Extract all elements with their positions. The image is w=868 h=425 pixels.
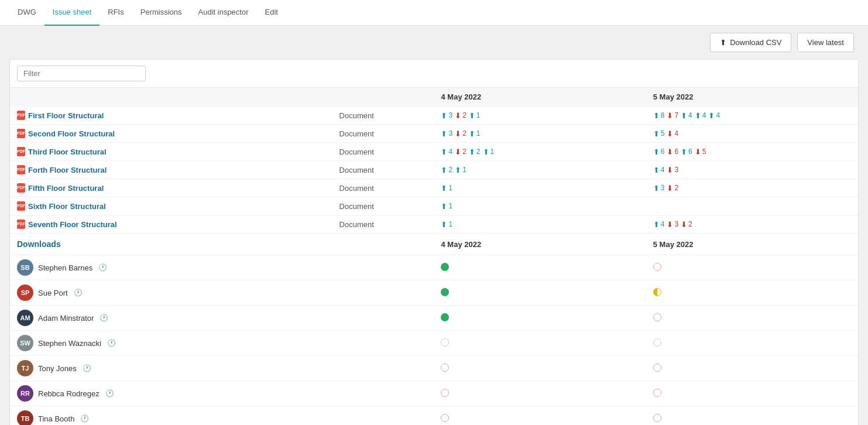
user-cell: RR Rebbca Rodregez 🕐: [10, 381, 332, 406]
doc-date2-badges: [646, 197, 858, 215]
status-dot-half: [653, 288, 661, 296]
user-date1-status: [434, 331, 646, 356]
view-latest-label: View latest: [807, 38, 844, 47]
filter-input[interactable]: [17, 66, 146, 81]
clock-icon: 🕐: [100, 314, 108, 322]
user-name: Tina Booth: [38, 414, 74, 423]
avatar: RR: [17, 385, 33, 402]
avatar: TJ: [17, 360, 33, 376]
avatar: SP: [17, 285, 33, 301]
table-row: SB Stephen Barnes 🕐: [10, 255, 858, 280]
status-dot-empty: [441, 364, 449, 372]
download-csv-label: Download CSV: [730, 38, 781, 47]
user-date2-status: [646, 306, 858, 331]
doc-date1-badges: ⬆1: [434, 215, 646, 234]
doc-name[interactable]: PDF Sixth Floor Structural: [10, 197, 332, 215]
col-header-type: [332, 88, 434, 107]
tab-permissions[interactable]: Permissions: [132, 0, 190, 26]
doc-date2-badges: ⬆4 ⬇3 ⬇2: [646, 215, 858, 234]
doc-type: Document: [332, 143, 434, 161]
pdf-icon: PDF: [17, 183, 25, 193]
downloads-date1-header: 4 May 2022: [434, 234, 646, 255]
downloads-label: Downloads: [10, 234, 332, 255]
tab-edit[interactable]: Edit: [257, 0, 286, 26]
status-dot-empty: [441, 389, 449, 397]
tab-issue-sheet[interactable]: Issue sheet: [44, 0, 100, 26]
status-dot-green: [441, 263, 449, 271]
user-cell: SP Sue Port 🕐: [10, 280, 332, 306]
clock-icon: 🕐: [80, 414, 89, 423]
user-name: Stephen Waznacki: [38, 339, 101, 348]
user-date2-status: [646, 280, 858, 306]
doc-date2-badges: ⬆8 ⬇7 ⬆4 ⬆4 ⬆4: [646, 107, 858, 125]
status-dot-neutral: [441, 338, 449, 347]
pdf-icon: PDF: [17, 147, 25, 156]
doc-name[interactable]: PDF Fifth Floor Structural: [10, 179, 332, 197]
download-csv-button[interactable]: ⬆ Download CSV: [710, 33, 791, 52]
tab-dwg[interactable]: DWG: [9, 0, 44, 26]
user-date1-status: [434, 280, 646, 306]
avatar: AM: [17, 310, 33, 326]
table-row: SW Stephen Waznacki 🕐: [10, 331, 858, 356]
avatar: SW: [17, 335, 33, 351]
user-date2-status: [646, 381, 858, 406]
toolbar: ⬆ Download CSV View latest: [0, 26, 868, 59]
table-row: PDF Second Floor Structural Document ⬆3 …: [10, 125, 858, 143]
pdf-icon: PDF: [17, 201, 25, 211]
clock-icon: 🕐: [74, 289, 83, 297]
pdf-icon: PDF: [17, 165, 25, 174]
user-name: Adam Minstrator: [38, 314, 94, 323]
table-row: AM Adam Minstrator 🕐: [10, 306, 858, 331]
doc-name[interactable]: PDF Third Floor Structural: [10, 143, 332, 161]
clock-icon: 🕐: [83, 364, 91, 372]
doc-name[interactable]: PDF Seventh Floor Structural: [10, 215, 332, 234]
doc-date2-badges: ⬆5 ⬇4: [646, 125, 858, 143]
user-date2-status: [646, 255, 858, 280]
status-dot-empty: [441, 414, 449, 422]
user-date2-status: [646, 406, 858, 426]
clock-icon: 🕐: [107, 339, 116, 347]
status-dot-empty: [653, 263, 661, 271]
clock-icon: 🕐: [98, 263, 107, 272]
table-row: SP Sue Port 🕐: [10, 280, 858, 306]
doc-name[interactable]: PDF First Floor Structural: [10, 107, 332, 125]
doc-name[interactable]: PDF Second Floor Structural: [10, 125, 332, 143]
status-dot-neutral: [653, 338, 661, 347]
table-row: TJ Tony Jones 🕐: [10, 356, 858, 381]
table-row: TB Tina Booth 🕐: [10, 406, 858, 426]
table-row: PDF Third Floor Structural Document ⬆4 ⬇…: [10, 143, 858, 161]
doc-type: Document: [332, 125, 434, 143]
status-dot-empty: [653, 313, 661, 321]
main-content: 4 May 2022 5 May 2022 PDF First Floor St…: [0, 59, 868, 425]
status-dot-empty: [653, 414, 661, 422]
user-name: Rebbca Rodregez: [38, 389, 100, 398]
downloads-date2-header: 5 May 2022: [646, 234, 858, 255]
pdf-icon: PDF: [17, 129, 25, 138]
filter-row: [10, 60, 858, 87]
status-dot-empty: [653, 389, 661, 397]
view-latest-button[interactable]: View latest: [797, 33, 854, 52]
doc-type: Document: [332, 161, 434, 179]
table-row: RR Rebbca Rodregez 🕐: [10, 381, 858, 406]
user-cell: TB Tina Booth 🕐: [10, 406, 332, 426]
user-cell: SW Stephen Waznacki 🕐: [10, 331, 332, 356]
documents-table: 4 May 2022 5 May 2022 PDF First Floor St…: [10, 87, 858, 425]
col-header-date2: 5 May 2022: [646, 88, 858, 107]
doc-type: Document: [332, 179, 434, 197]
doc-type: Document: [332, 107, 434, 125]
doc-name[interactable]: PDF Forth Floor Structural: [10, 161, 332, 179]
doc-date2-badges: ⬆3 ⬇2: [646, 179, 858, 197]
tab-audit-inspector[interactable]: Audit inspector: [190, 0, 257, 26]
user-date2-status: [646, 331, 858, 356]
table-row: PDF Fifth Floor Structural Document ⬆1 ⬆…: [10, 179, 858, 197]
user-date2-status: [646, 356, 858, 381]
doc-date1-badges: ⬆1: [434, 197, 646, 215]
table-row: PDF Forth Floor Structural Document ⬆2 ⬆…: [10, 161, 858, 179]
doc-date1-badges: ⬆4 ⬇2 ⬆2 ⬆1: [434, 143, 646, 161]
pdf-icon: PDF: [17, 111, 25, 120]
user-date1-status: [434, 406, 646, 426]
avatar: TB: [17, 410, 33, 425]
user-name: Sue Port: [38, 289, 68, 297]
tab-rfis[interactable]: RFIs: [100, 0, 132, 26]
user-date1-status: [434, 306, 646, 331]
